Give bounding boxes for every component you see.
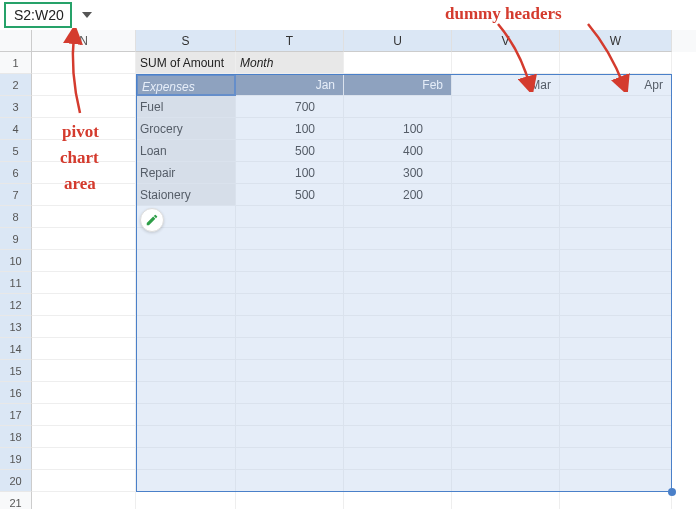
cell[interactable]: [452, 250, 560, 272]
cell[interactable]: 100: [236, 162, 344, 184]
cell[interactable]: 100: [344, 118, 452, 140]
cell[interactable]: [32, 52, 136, 74]
cell[interactable]: [452, 206, 560, 228]
cell[interactable]: [136, 250, 236, 272]
cell[interactable]: [560, 162, 672, 184]
cell[interactable]: [560, 52, 672, 74]
cell[interactable]: [560, 448, 672, 470]
column-header-T[interactable]: T: [236, 30, 344, 52]
column-header-S[interactable]: S: [136, 30, 236, 52]
row-header[interactable]: 4: [0, 118, 32, 140]
cell[interactable]: [236, 426, 344, 448]
cell[interactable]: 500: [236, 184, 344, 206]
cell[interactable]: [560, 250, 672, 272]
cell[interactable]: [32, 96, 136, 118]
row-header[interactable]: 3: [0, 96, 32, 118]
cell[interactable]: Apr: [560, 74, 672, 96]
cell[interactable]: [452, 140, 560, 162]
row-header[interactable]: 16: [0, 382, 32, 404]
cell[interactable]: [136, 316, 236, 338]
cell[interactable]: [452, 228, 560, 250]
cell[interactable]: Feb: [344, 74, 452, 96]
cell[interactable]: [236, 382, 344, 404]
cell[interactable]: [32, 448, 136, 470]
cell[interactable]: [136, 426, 236, 448]
edit-pivot-button[interactable]: [140, 208, 164, 232]
cell[interactable]: Loan: [136, 140, 236, 162]
cell[interactable]: [32, 228, 136, 250]
cell[interactable]: [560, 382, 672, 404]
cell[interactable]: [236, 206, 344, 228]
cell[interactable]: [136, 338, 236, 360]
select-all-corner[interactable]: [0, 30, 32, 52]
row-header[interactable]: 11: [0, 272, 32, 294]
cell[interactable]: [560, 140, 672, 162]
cell[interactable]: SUM of Amount: [136, 52, 236, 74]
cell[interactable]: [32, 360, 136, 382]
cell[interactable]: [560, 118, 672, 140]
cell[interactable]: Repair: [136, 162, 236, 184]
column-header-U[interactable]: U: [344, 30, 452, 52]
cell[interactable]: [32, 272, 136, 294]
cell[interactable]: [236, 470, 344, 492]
cell[interactable]: [560, 96, 672, 118]
row-header[interactable]: 9: [0, 228, 32, 250]
column-header-N[interactable]: N: [32, 30, 136, 52]
cell[interactable]: [32, 316, 136, 338]
cell[interactable]: [32, 118, 136, 140]
cell[interactable]: 100: [236, 118, 344, 140]
cell[interactable]: [236, 360, 344, 382]
cell[interactable]: [560, 338, 672, 360]
row-header[interactable]: 1: [0, 52, 32, 74]
cell[interactable]: [452, 404, 560, 426]
cell[interactable]: [236, 250, 344, 272]
cell[interactable]: [344, 294, 452, 316]
cell[interactable]: [344, 228, 452, 250]
cell[interactable]: [452, 162, 560, 184]
cell[interactable]: [452, 184, 560, 206]
cell[interactable]: [136, 382, 236, 404]
cell[interactable]: [32, 426, 136, 448]
row-header[interactable]: 19: [0, 448, 32, 470]
cell[interactable]: [560, 426, 672, 448]
cell[interactable]: [452, 272, 560, 294]
cell[interactable]: [236, 316, 344, 338]
cell[interactable]: [236, 448, 344, 470]
cell[interactable]: Mar: [452, 74, 560, 96]
cell[interactable]: Month: [236, 52, 344, 74]
cell[interactable]: Grocery: [136, 118, 236, 140]
cell[interactable]: [560, 492, 672, 509]
cell[interactable]: [32, 250, 136, 272]
cell[interactable]: [136, 360, 236, 382]
cell[interactable]: [452, 470, 560, 492]
cell[interactable]: [32, 206, 136, 228]
row-header[interactable]: 21: [0, 492, 32, 509]
cell[interactable]: [344, 492, 452, 509]
row-header[interactable]: 18: [0, 426, 32, 448]
cell[interactable]: [32, 140, 136, 162]
cell[interactable]: [452, 294, 560, 316]
cell[interactable]: [560, 184, 672, 206]
selection-handle[interactable]: [668, 488, 676, 496]
row-header[interactable]: 8: [0, 206, 32, 228]
cell[interactable]: [344, 404, 452, 426]
cell[interactable]: [32, 470, 136, 492]
cell[interactable]: [452, 426, 560, 448]
cell[interactable]: [32, 162, 136, 184]
cell[interactable]: [344, 250, 452, 272]
row-header[interactable]: 14: [0, 338, 32, 360]
cell[interactable]: 400: [344, 140, 452, 162]
cell[interactable]: [236, 294, 344, 316]
cell[interactable]: [344, 448, 452, 470]
row-header[interactable]: 13: [0, 316, 32, 338]
cell[interactable]: [344, 316, 452, 338]
cell[interactable]: [560, 294, 672, 316]
cell[interactable]: [560, 360, 672, 382]
cell[interactable]: [344, 382, 452, 404]
name-box-dropdown-icon[interactable]: [82, 12, 92, 18]
cell[interactable]: [452, 316, 560, 338]
cell[interactable]: Jan: [236, 74, 344, 96]
cell[interactable]: [136, 404, 236, 426]
cell[interactable]: [560, 228, 672, 250]
cell[interactable]: [344, 470, 452, 492]
